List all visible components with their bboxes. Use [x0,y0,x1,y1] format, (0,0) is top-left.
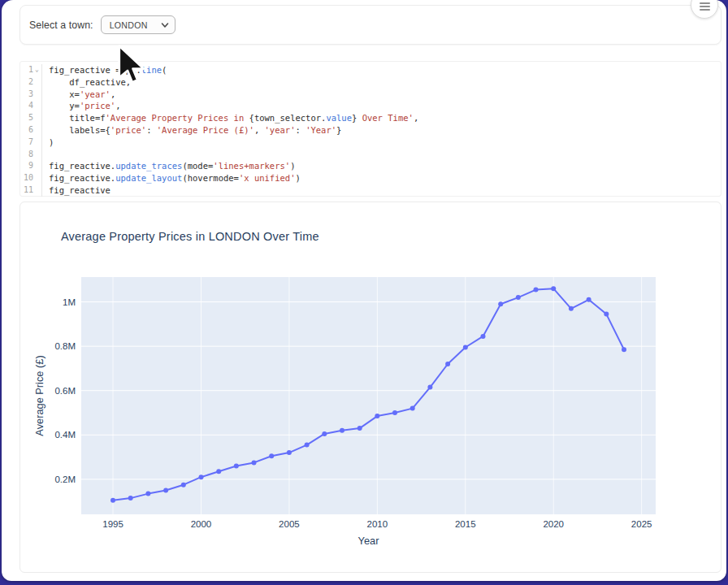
code-line: 7) [20,136,721,149]
svg-text:2005: 2005 [279,519,300,529]
town-selector-label: Select a town: [29,20,93,31]
svg-text:0.2M: 0.2M [54,474,76,484]
code-line: 10fig_reactive.update_layout(hovermode='… [20,172,721,184]
code-line: 11fig_reactive [20,184,721,197]
code-line: 1⌄fig_reactive = px.line( [20,64,721,76]
fold-toggle-icon[interactable]: ⌄ [33,64,41,76]
svg-text:0.4M: 0.4M [54,430,76,440]
chart-title: Average Property Prices in LONDON Over T… [61,230,319,243]
page-background: Select a town: LONDON 1⌄fig_reactive = p… [0,0,728,585]
svg-text:2015: 2015 [455,519,476,529]
line-number: 9 [20,160,33,172]
svg-text:0.6M: 0.6M [54,386,76,396]
code-line: 9fig_reactive.update_traces(mode='lines+… [20,160,721,172]
town-select-value: LONDON [110,20,148,30]
notebook-panel: Select a town: LONDON 1⌄fig_reactive = p… [2,0,726,581]
line-number: 10 [20,172,33,184]
town-select[interactable]: LONDON [101,15,176,34]
line-number: 4 [20,100,33,112]
svg-text:2010: 2010 [367,519,388,529]
line-number: 11 [20,184,33,197]
svg-text:1M: 1M [63,297,76,307]
plot-background [81,277,656,514]
line-number: 7 [20,136,33,149]
svg-text:1995: 1995 [102,519,124,529]
town-selector-cell: Select a town: LONDON [20,5,722,45]
line-number: 8 [20,149,33,161]
line-number: 5 [20,112,33,124]
hamburger-icon [700,2,710,11]
code-line: 2 df_reactive, [20,76,721,89]
code-line: 3 x='year', [20,89,721,101]
y-axis-tick-labels: 0.2M0.4M0.6M0.8M1M [54,297,76,484]
x-axis-tick-labels: 1995200020052010201520202025 [102,519,652,529]
chart-output-cell: 19952000200520102015202020250.2M0.4M0.6M… [20,202,722,573]
x-axis-title: Year [358,535,380,547]
svg-text:2020: 2020 [543,519,564,529]
line-number: 2 [20,76,33,89]
code-line: 6 labels={'price': 'Average Price (£)', … [20,124,721,136]
svg-text:0.8M: 0.8M [54,341,76,351]
code-line: 5 title=f'Average Property Prices in {to… [20,112,721,124]
svg-text:2025: 2025 [631,519,652,529]
line-number: 1 [20,64,33,76]
chart-plot-area[interactable]: 19952000200520102015202020250.2M0.4M0.6M… [20,202,721,572]
code-line: 4 y='price', [20,100,721,112]
line-number: 6 [20,124,33,136]
code-editor[interactable]: 1⌄fig_reactive = px.line(2 df_reactive,3… [20,61,722,197]
chevron-down-icon [161,22,169,28]
y-axis-title: Average Price (£) [33,355,46,436]
line-number: 3 [20,89,33,101]
svg-text:2000: 2000 [191,519,212,529]
code-line: 8 [20,149,721,161]
